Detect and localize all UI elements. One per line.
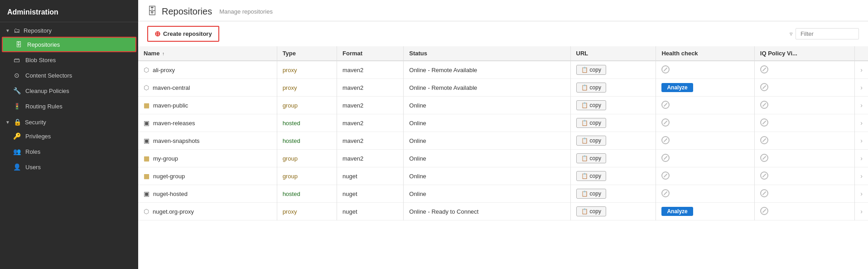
cell-type: group <box>277 97 337 114</box>
table-row[interactable]: ⬡ maven-central proxy maven2 Online - Re… <box>138 79 868 97</box>
col-health-check: Health check <box>656 46 754 61</box>
cell-chevron[interactable]: › <box>855 132 868 150</box>
cell-chevron[interactable]: › <box>855 167 868 185</box>
sidebar-item-privileges[interactable]: 🔑 Privileges <box>0 128 138 144</box>
cell-name: ⬡ nuget.org-proxy <box>138 203 277 220</box>
copy-url-button[interactable]: 📋 copy <box>576 206 606 216</box>
copy-url-button[interactable]: 📋 copy <box>576 118 606 128</box>
sidebar-section-security[interactable]: ▼ 🔒 Security <box>0 114 138 128</box>
sidebar-item-roles-label: Roles <box>25 148 40 155</box>
proxy-icon: ⬡ <box>144 84 149 91</box>
cell-iq-policy <box>754 150 855 167</box>
table-row[interactable]: ⬡ nuget.org-proxy proxy nuget Online - R… <box>138 203 868 220</box>
iq-policy-disabled <box>760 101 768 109</box>
table-row[interactable]: ▦ maven-public group maven2 Online 📋 cop… <box>138 97 868 114</box>
cell-url: 📋 copy <box>570 114 656 132</box>
plus-icon: ⊕ <box>154 29 160 38</box>
cell-url: 📋 copy <box>570 150 656 167</box>
chevron-right-icon: › <box>860 190 863 197</box>
sidebar: Administration ▼ 🗂 Repository 🗄 Reposito… <box>0 0 138 269</box>
cell-url: 📋 copy <box>570 167 656 185</box>
cell-name: ⬡ ali-proxy <box>138 61 277 79</box>
repository-section-label: Repository <box>24 27 52 34</box>
analyze-button[interactable]: Analyze <box>661 207 693 216</box>
copy-url-button[interactable]: 📋 copy <box>576 153 606 163</box>
cell-chevron[interactable]: › <box>855 150 868 167</box>
cell-format: maven2 <box>337 114 404 132</box>
cell-name: ▦ maven-public <box>138 97 277 114</box>
sidebar-item-repositories[interactable]: 🗄 Repositories <box>2 37 136 52</box>
table-row[interactable]: ▣ nuget-hosted hosted nuget Online 📋 cop… <box>138 185 868 203</box>
copy-url-button[interactable]: 📋 copy <box>576 136 606 146</box>
sidebar-item-content-selectors[interactable]: ⊙ Content Selectors <box>0 68 138 83</box>
cell-name: ▣ maven-snapshots <box>138 132 277 150</box>
proxy-icon: ⬡ <box>144 208 149 215</box>
page-subtitle: Manage repositories <box>219 8 273 15</box>
cell-chevron[interactable]: › <box>855 61 868 79</box>
routing-rules-icon: 🚦 <box>13 103 21 110</box>
cell-type: proxy <box>277 61 337 79</box>
clipboard-icon: 📋 <box>581 155 588 161</box>
clipboard-icon: 📋 <box>581 84 588 91</box>
cell-chevron[interactable]: › <box>855 79 868 97</box>
clipboard-icon: 📋 <box>581 137 588 144</box>
cell-type: hosted <box>277 132 337 150</box>
analyze-button[interactable]: Analyze <box>661 83 693 92</box>
iq-policy-disabled <box>760 189 768 197</box>
cell-url: 📋 copy <box>570 61 656 79</box>
table-row[interactable]: ▣ maven-snapshots hosted maven2 Online 📋… <box>138 132 868 150</box>
cell-iq-policy <box>754 167 855 185</box>
cell-url: 📋 copy <box>570 185 656 203</box>
sidebar-item-cleanup-policies[interactable]: 🔧 Cleanup Policies <box>0 83 138 98</box>
table-row[interactable]: ▦ my-group group maven2 Online 📋 copy › <box>138 150 868 167</box>
sidebar-section-repository[interactable]: ▼ 🗂 Repository <box>0 22 138 37</box>
cleanup-policies-icon: 🔧 <box>13 87 21 94</box>
clipboard-icon: 📋 <box>581 67 588 73</box>
main-content: 🗄 Repositories Manage repositories ⊕ Cre… <box>138 0 868 269</box>
sidebar-item-cleanup-policies-label: Cleanup Policies <box>25 88 69 94</box>
cell-format: nuget <box>337 185 404 203</box>
repo-name: maven-central <box>153 84 190 91</box>
cell-chevron[interactable]: › <box>855 114 868 132</box>
cell-chevron[interactable]: › <box>855 185 868 203</box>
copy-url-button[interactable]: 📋 copy <box>576 189 606 199</box>
table-row[interactable]: ▦ nuget-group group nuget Online 📋 copy … <box>138 167 868 185</box>
sidebar-item-content-selectors-label: Content Selectors <box>25 72 72 79</box>
table-row[interactable]: ▣ maven-releases hosted maven2 Online 📋 … <box>138 114 868 132</box>
group-icon: ▦ <box>144 172 149 180</box>
chevron-right-icon: › <box>860 119 863 127</box>
repo-name: nuget-group <box>153 173 185 180</box>
cell-chevron[interactable]: › <box>855 97 868 114</box>
sidebar-item-roles[interactable]: 👥 Roles <box>0 144 138 159</box>
sidebar-item-routing-rules[interactable]: 🚦 Routing Rules <box>0 98 138 114</box>
cell-type: proxy <box>277 203 337 220</box>
copy-url-button[interactable]: 📋 copy <box>576 83 606 93</box>
filter-input[interactable] <box>796 28 859 39</box>
clipboard-icon: 📋 <box>581 120 588 126</box>
cell-chevron[interactable]: › <box>855 203 868 220</box>
repo-name: maven-public <box>153 102 188 109</box>
iq-policy-disabled <box>760 118 768 127</box>
cell-iq-policy <box>754 132 855 150</box>
cell-type: proxy <box>277 79 337 97</box>
cell-format: maven2 <box>337 150 404 167</box>
table-row[interactable]: ⬡ ali-proxy proxy maven2 Online - Remote… <box>138 61 868 79</box>
hosted-icon: ▣ <box>144 190 149 197</box>
page-header: 🗄 Repositories Manage repositories <box>138 0 868 21</box>
copy-url-button[interactable]: 📋 copy <box>576 171 606 181</box>
cell-name: ▣ nuget-hosted <box>138 185 277 203</box>
sidebar-item-users[interactable]: 👤 Users <box>0 159 138 175</box>
sort-icon: ↑ <box>162 51 164 56</box>
create-repository-button[interactable]: ⊕ Create repository <box>147 26 219 42</box>
cell-type: group <box>277 150 337 167</box>
copy-url-button[interactable]: 📋 copy <box>576 100 606 110</box>
health-check-disabled <box>661 136 670 144</box>
sidebar-item-blob-stores[interactable]: 🗃 Blob Stores <box>0 52 138 68</box>
arrow-icon: ▼ <box>5 28 10 33</box>
cell-health-check <box>656 132 754 150</box>
copy-url-button[interactable]: 📋 copy <box>576 65 606 75</box>
cell-format: nuget <box>337 203 404 220</box>
privileges-icon: 🔑 <box>13 132 21 140</box>
chevron-right-icon: › <box>860 137 863 144</box>
col-name: Name ↑ <box>138 46 277 61</box>
